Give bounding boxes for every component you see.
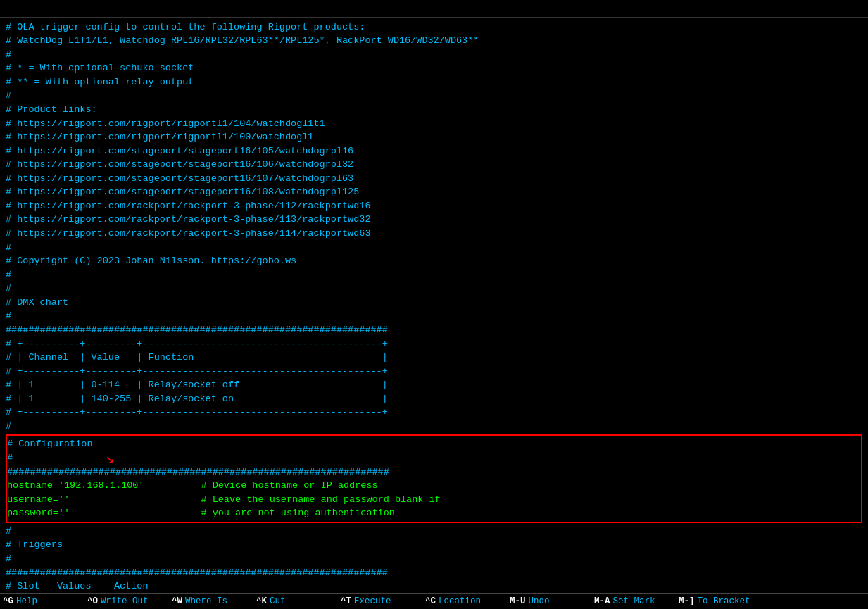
editor-line: # ** = With optional relay output: [6, 75, 862, 89]
command-key: ^O: [87, 595, 98, 608]
config-line: password='' # you are not using authenti…: [7, 506, 861, 520]
command-label: Set Mark: [613, 595, 655, 608]
bottom-command[interactable]: ^TExecute: [338, 594, 422, 609]
lines-before-config: # OLA trigger config to control the foll…: [6, 20, 862, 434]
command-label: To Bracket: [698, 595, 750, 608]
editor-line: # Product links:: [6, 103, 862, 117]
editor-line: # | Channel | Value | Function |: [6, 351, 862, 365]
bottom-command[interactable]: M-]To Bracket: [676, 594, 760, 609]
editor-line: # | 1 | 0-114 | Relay/socket off |: [6, 378, 862, 392]
editor-line: #: [6, 420, 862, 434]
editor-line: # Copyright (C) 2023 Johan Nilsson. http…: [6, 254, 862, 268]
bottom-command[interactable]: ^KCut: [253, 594, 338, 609]
bottom-command[interactable]: ^CLocation: [422, 594, 507, 609]
editor-line: #: [6, 309, 862, 323]
config-line: #: [7, 451, 861, 465]
bottom-command[interactable]: M-UUndo: [507, 594, 591, 609]
command-label: Help: [16, 595, 37, 608]
command-key: ^C: [425, 595, 436, 608]
editor-line: # https://rigport.com/stageport/stagepor…: [6, 185, 862, 199]
editor-line: # +----------+---------+----------------…: [6, 365, 862, 379]
command-key: M-]: [679, 595, 695, 608]
command-label: Write Out: [101, 595, 149, 608]
trigger-line: # Triggers: [6, 538, 862, 552]
trigger-line: #: [6, 552, 862, 566]
editor-line: # https://rigport.com/rackport/rackport-…: [6, 199, 862, 213]
command-label: Cut: [270, 595, 286, 608]
config-line: ########################################…: [7, 465, 861, 479]
editor-line: # https://rigport.com/rigport/rigportl1/…: [6, 117, 862, 131]
trigger-line: #: [6, 525, 862, 539]
editor-line: #: [6, 89, 862, 103]
editor-line: # https://rigport.com/stageport/stagepor…: [6, 172, 862, 186]
command-key: M-U: [510, 595, 526, 608]
editor-line: #: [6, 268, 862, 282]
config-line: hostname='192.168.1.100' # Device hostna…: [7, 479, 861, 493]
command-key: ^T: [341, 595, 351, 608]
command-key: ^K: [256, 595, 267, 608]
editor-line: # * = With optional schuko socket: [6, 61, 862, 75]
editor-line: # +----------+---------+----------------…: [6, 406, 862, 420]
editor-line: # https://rigport.com/rackport/rackport-…: [6, 227, 862, 241]
config-section: # Configuration#########################…: [6, 434, 862, 522]
editor-line: # https://rigport.com/stageport/stagepor…: [6, 158, 862, 172]
command-key: ^G: [3, 595, 13, 608]
command-label: Undo: [529, 595, 550, 608]
config-line: username='' # Leave the username and pas…: [7, 493, 861, 507]
command-label: Location: [439, 595, 481, 608]
bottom-bar: ^GHelp^OWrite Out^WWhere Is^KCut^TExecut…: [0, 593, 868, 609]
bottom-command[interactable]: ^GHelp: [0, 594, 84, 609]
command-label: Where Is: [185, 595, 227, 608]
bottom-command[interactable]: ^OWrite Out: [84, 594, 169, 609]
command-label: Execute: [354, 595, 391, 608]
top-right-spacer: [857, 1, 862, 15]
editor-line: #: [6, 241, 862, 255]
editor-line: # https://rigport.com/stageport/stagepor…: [6, 144, 862, 158]
bottom-command[interactable]: ^WWhere Is: [169, 594, 253, 609]
trigger-line: # Slot Values Action: [6, 579, 862, 593]
editor-line: #: [6, 282, 862, 296]
editor-line: # https://rigport.com/rigport/rigportl1/…: [6, 130, 862, 144]
bottom-command[interactable]: M-ASet Mark: [591, 594, 676, 609]
command-key: M-A: [594, 595, 610, 608]
editor-line: #: [6, 48, 862, 62]
editor-line: # https://rigport.com/rackport/rackport-…: [6, 213, 862, 227]
config-line: # Configuration: [7, 437, 861, 451]
editor-line: ########################################…: [6, 323, 862, 337]
config-lines: # Configuration#########################…: [7, 437, 861, 520]
arrow-icon: ↘: [106, 448, 114, 469]
editor-content[interactable]: # OLA trigger config to control the foll…: [0, 18, 868, 593]
editor-line: # | 1 | 140-255 | Relay/socket on |: [6, 392, 862, 406]
editor-line: # DMX chart: [6, 296, 862, 310]
command-key: ^W: [172, 595, 182, 608]
trigger-lines: ## Triggers#############################…: [6, 525, 862, 593]
trigger-line: ########################################…: [6, 566, 862, 580]
editor-line: # OLA trigger config to control the foll…: [6, 20, 862, 34]
editor-line: # +----------+---------+----------------…: [6, 337, 862, 351]
editor-line: # WatchDog L1T1/L1, Watchdog RPL16/RPL32…: [6, 34, 862, 48]
